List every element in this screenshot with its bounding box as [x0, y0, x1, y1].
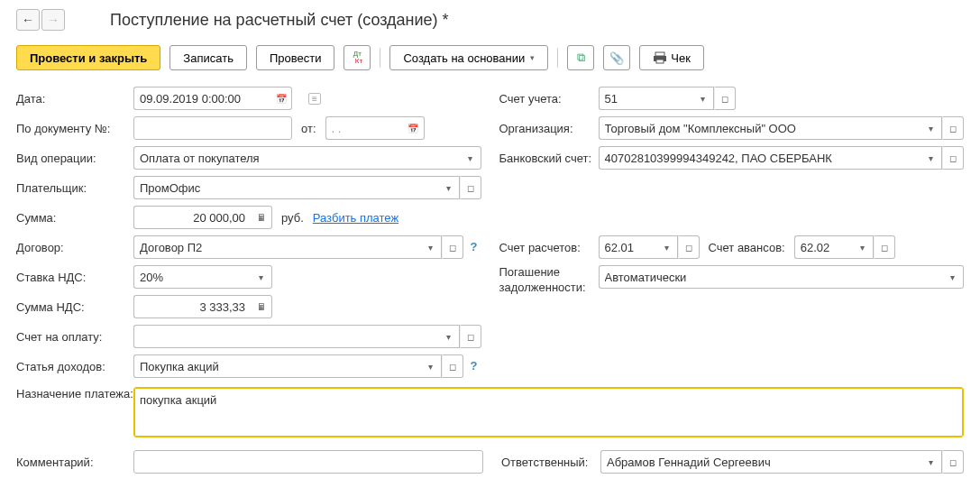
cheque-label: Чек [671, 51, 691, 65]
cheque-button[interactable]: Чек [639, 45, 704, 70]
open-icon[interactable]: ◻ [442, 354, 463, 378]
svg-rect-0 [655, 52, 664, 56]
hierarchy-icon: ⧉ [577, 51, 585, 65]
dtkt-icon: ДтКт [353, 51, 362, 65]
acct-label: Счет учета: [499, 92, 599, 106]
comment-input[interactable] [133, 450, 483, 474]
acct-input[interactable]: 51 [599, 87, 692, 110]
operation-label: Вид операции: [16, 152, 133, 165]
open-icon[interactable]: ◻ [460, 176, 481, 199]
chevron-down-icon[interactable]: ▾ [942, 265, 964, 289]
date-value: 09.09.2019 0:00:00 [140, 92, 265, 106]
split-payment-link[interactable]: Разбить платеж [313, 211, 398, 225]
chevron-down-icon[interactable]: ▾ [692, 87, 714, 110]
chevron-down-icon: ▾ [530, 53, 535, 62]
open-icon[interactable]: ◻ [460, 325, 481, 348]
purpose-value: покупка акций [140, 393, 216, 407]
sum-label: Сумма: [16, 211, 133, 225]
paperclip-icon: 📎 [609, 51, 624, 65]
help-icon[interactable]: ? [467, 359, 481, 373]
docno-label: По документу №: [16, 122, 133, 135]
income-label: Статья доходов: [16, 360, 133, 373]
payer-label: Плательщик: [16, 181, 133, 195]
chevron-down-icon[interactable]: ▾ [852, 235, 874, 259]
attach-button[interactable]: 📎 [603, 45, 630, 70]
advance-label: Счет авансов: [709, 241, 785, 254]
printer-icon [653, 51, 667, 65]
comment-label: Комментарий: [16, 456, 133, 469]
separator [557, 48, 558, 68]
chevron-down-icon[interactable]: ▾ [438, 176, 460, 199]
contract-label: Договор: [16, 241, 133, 254]
chevron-down-icon[interactable]: ▾ [438, 325, 460, 348]
calendar-icon[interactable]: 📅 [403, 116, 425, 140]
operation-select[interactable]: Оплата от покупателя [133, 146, 460, 170]
invoice-label: Счет на оплату: [16, 330, 133, 344]
purpose-label: Назначение платежа: [16, 387, 133, 402]
save-button[interactable]: Записать [169, 45, 247, 70]
separator [380, 48, 380, 68]
svg-rect-2 [656, 60, 664, 63]
open-icon[interactable]: ◻ [942, 450, 964, 474]
chevron-down-icon[interactable]: ▾ [460, 146, 481, 170]
open-icon[interactable]: ◻ [442, 235, 463, 259]
post-and-close-button[interactable]: Провести и закрыть [16, 45, 160, 70]
create-based-button[interactable]: Создать на основании ▾ [389, 45, 548, 70]
open-icon[interactable]: ◻ [942, 146, 964, 170]
contract-input[interactable]: Договор П2 [133, 235, 420, 259]
responsible-label: Ответственный: [501, 456, 600, 469]
open-icon[interactable]: ◻ [942, 116, 964, 140]
income-input[interactable]: Покупка акций [133, 354, 420, 378]
sum-unit: руб. [281, 211, 304, 225]
debt-label: Погашение задолженности: [499, 265, 599, 296]
chevron-down-icon[interactable]: ▾ [920, 116, 942, 140]
bank-label: Банковский счет: [499, 152, 599, 165]
date-label: Дата: [16, 92, 133, 106]
docno-from-label: от: [301, 122, 316, 135]
help-icon[interactable]: ? [467, 240, 481, 254]
sum-input[interactable]: 20 000,00 [133, 206, 251, 229]
debt-select[interactable]: Автоматически [599, 265, 943, 289]
settle-input[interactable]: 62.01 [599, 235, 656, 259]
invoice-input[interactable] [133, 325, 438, 348]
payer-input[interactable]: ПромОфис [133, 176, 438, 199]
calculator-icon[interactable]: 🖩 [251, 295, 272, 318]
vat-select[interactable]: 20% [133, 265, 251, 289]
create-based-label: Создать на основании [403, 51, 525, 65]
chevron-down-icon[interactable]: ▾ [920, 450, 942, 474]
chevron-down-icon[interactable]: ▾ [420, 235, 442, 259]
post-button[interactable]: Провести [256, 45, 335, 70]
open-icon[interactable]: ◻ [678, 235, 700, 259]
org-input[interactable]: Торговый дом "Комплексный" ООО [599, 116, 921, 140]
vatsum-input[interactable]: 3 333,33 [133, 295, 251, 318]
page-title: Поступление на расчетный счет (создание)… [110, 11, 449, 30]
dtkt-button[interactable]: ДтКт [343, 45, 371, 70]
nav-forward-button[interactable]: → [41, 9, 65, 31]
struct-button[interactable]: ⧉ [567, 45, 594, 70]
docno-date-input[interactable]: . . [325, 116, 403, 140]
settle-label: Счет расчетов: [499, 241, 599, 254]
chevron-down-icon[interactable]: ▾ [656, 235, 678, 259]
open-icon[interactable]: ◻ [714, 87, 736, 110]
bank-input[interactable]: 40702810399994349242, ПАО СБЕРБАНК [599, 146, 921, 170]
purpose-textarea[interactable]: покупка акций [133, 387, 964, 437]
vat-label: Ставка НДС: [16, 271, 133, 284]
advance-input[interactable]: 62.02 [794, 235, 852, 259]
org-label: Организация: [499, 122, 599, 135]
docno-input[interactable] [133, 116, 292, 140]
nav-back-button[interactable]: ← [16, 9, 40, 31]
vatsum-label: Сумма НДС: [16, 300, 133, 314]
calendar-icon[interactable]: 📅 [270, 87, 292, 110]
date-input[interactable]: 09.09.2019 0:00:00 [133, 87, 270, 110]
doc-status-icon: ≡ [308, 93, 321, 105]
chevron-down-icon[interactable]: ▾ [251, 265, 272, 289]
responsible-input[interactable]: Абрамов Геннадий Сергеевич [600, 450, 920, 474]
calculator-icon[interactable]: 🖩 [251, 206, 272, 229]
open-icon[interactable]: ◻ [874, 235, 895, 259]
chevron-down-icon[interactable]: ▾ [420, 354, 442, 378]
chevron-down-icon[interactable]: ▾ [920, 146, 942, 170]
